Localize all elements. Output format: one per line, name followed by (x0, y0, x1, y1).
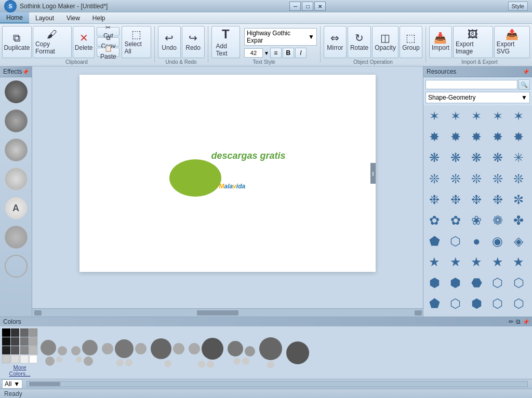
shape-item[interactable]: ● (468, 232, 485, 250)
color-swatch[interactable] (11, 355, 19, 363)
bottom-scrollbar[interactable] (26, 381, 528, 387)
add-text-button[interactable]: T Add Text (211, 26, 240, 58)
shape-item[interactable]: ❁ (489, 212, 507, 229)
shape-item[interactable]: ⬢ (468, 295, 485, 312)
align-left-button[interactable]: ≡ (270, 48, 282, 58)
duplicate-button[interactable]: ⧉ Duplicate (2, 26, 32, 58)
effect-item-3[interactable] (5, 139, 28, 161)
shape-item[interactable]: ⬣ (468, 274, 485, 292)
italic-button[interactable]: I (295, 48, 307, 58)
shape-item[interactable]: ❋ (425, 149, 443, 167)
shape-item[interactable]: ❉ (489, 191, 507, 209)
palette-circle[interactable] (164, 360, 171, 367)
shape-item[interactable]: ✶ (425, 107, 443, 125)
color-swatch[interactable] (29, 337, 37, 346)
canvas[interactable]: descargas gratis Malavida ‖ (79, 75, 376, 272)
shape-item[interactable]: ❉ (425, 191, 443, 209)
shape-item[interactable]: ✸ (447, 128, 464, 146)
shape-item[interactable]: ✳ (510, 149, 527, 167)
color-swatch[interactable] (2, 355, 10, 363)
shape-item[interactable]: ⬡ (489, 295, 507, 312)
palette-circle[interactable] (228, 341, 243, 356)
palette-circle[interactable] (71, 346, 81, 355)
palette-circle[interactable] (286, 341, 309, 364)
palette-circle[interactable] (135, 343, 147, 354)
color-swatch[interactable] (20, 355, 29, 363)
group-button[interactable]: ⬚ Group (400, 26, 422, 58)
shape-category-dropdown[interactable]: Shape-Geometry ▼ (425, 92, 530, 103)
shape-item[interactable]: ❊ (447, 170, 464, 188)
color-swatch[interactable] (29, 328, 37, 337)
palette-circle[interactable] (233, 358, 241, 365)
shape-item[interactable]: ⬢ (447, 274, 464, 292)
palette-circle[interactable] (151, 338, 171, 359)
palette-circle[interactable] (259, 337, 282, 360)
palette-circle[interactable] (82, 340, 98, 355)
palette-circle[interactable] (189, 343, 200, 354)
color-swatch[interactable] (20, 328, 29, 337)
font-size-input[interactable]: 42 (244, 48, 263, 58)
shape-item[interactable]: ✶ (468, 107, 485, 125)
scrollbar-thumb-h[interactable] (197, 310, 238, 315)
all-dropdown[interactable]: All ▼ (2, 379, 22, 389)
shape-item[interactable]: ◈ (510, 232, 527, 250)
palette-circle[interactable] (198, 361, 205, 368)
menu-view[interactable]: View (60, 12, 86, 23)
search-input[interactable] (425, 80, 517, 89)
bold-button[interactable]: B (283, 48, 294, 58)
restore-button[interactable]: □ (302, 2, 313, 11)
color-swatch[interactable] (2, 346, 10, 354)
shape-item[interactable]: ⬡ (447, 295, 464, 312)
palette-circle[interactable] (76, 356, 82, 363)
effect-item-2[interactable] (5, 109, 28, 132)
shape-item[interactable]: ★ (510, 253, 527, 271)
shape-item[interactable]: ★ (425, 253, 443, 271)
canvas-scrollbar-h[interactable] (32, 308, 423, 317)
menu-layout[interactable]: Layout (29, 12, 60, 23)
import-button[interactable]: 📥 Import (429, 26, 452, 58)
color-swatch[interactable] (20, 337, 29, 346)
canvas-scroll[interactable]: descargas gratis Malavida ‖ (32, 66, 423, 308)
export-svg-button[interactable]: 📤 Export SVG (494, 26, 530, 58)
shape-item[interactable]: ✸ (468, 128, 485, 146)
redo-button[interactable]: ↪ Redo (182, 26, 205, 58)
color-swatch[interactable] (11, 346, 19, 354)
color-swatch[interactable] (20, 346, 29, 354)
shape-item[interactable]: ❊ (510, 170, 527, 188)
color-edit-icon[interactable]: ✏ (509, 318, 514, 325)
logo-container[interactable]: descargas gratis Malavida (169, 150, 285, 197)
more-colors-link[interactable]: More Colors... (2, 364, 37, 377)
shape-item[interactable]: ⬟ (425, 232, 443, 250)
color-copy-icon[interactable]: ⧉ (516, 318, 521, 325)
palette-circle[interactable] (84, 356, 93, 366)
minimize-button[interactable]: ─ (289, 2, 301, 11)
effect-item-4[interactable] (5, 168, 28, 190)
palette-circle[interactable] (267, 361, 274, 368)
shape-item[interactable]: ✶ (447, 107, 464, 125)
undo-button[interactable]: ↩ Undo (158, 26, 181, 58)
color-swatch[interactable] (11, 328, 19, 337)
paste-button[interactable]: 📋 Paste (97, 48, 119, 57)
shape-item[interactable]: ✶ (489, 107, 507, 125)
shape-item[interactable]: ✿ (447, 212, 464, 229)
shape-item[interactable]: ⬡ (510, 274, 527, 292)
palette-circle[interactable] (202, 338, 223, 360)
color-swatch[interactable] (2, 337, 10, 346)
rotate-button[interactable]: ↻ Rotate (348, 26, 371, 58)
shape-item[interactable]: ⬡ (510, 295, 527, 312)
effect-item-5[interactable]: A (5, 197, 28, 219)
shape-item[interactable]: ❊ (468, 170, 485, 188)
shape-item[interactable]: ✤ (510, 212, 527, 229)
palette-circle[interactable] (45, 356, 55, 366)
shape-item[interactable]: ⬡ (447, 232, 464, 250)
palette-circle[interactable] (245, 346, 255, 356)
palette-circle[interactable] (116, 359, 124, 366)
shape-item[interactable]: ⬟ (425, 295, 443, 312)
shape-item[interactable]: ❉ (447, 191, 464, 209)
search-button[interactable]: 🔍 (518, 79, 530, 90)
shape-item[interactable]: ★ (447, 253, 464, 271)
bottom-scrollbar-thumb[interactable] (29, 382, 60, 386)
palette-circle[interactable] (115, 339, 134, 358)
shape-item[interactable]: ★ (489, 253, 507, 271)
font-selector[interactable]: Highway Gothic Expar ▼ (244, 28, 317, 46)
